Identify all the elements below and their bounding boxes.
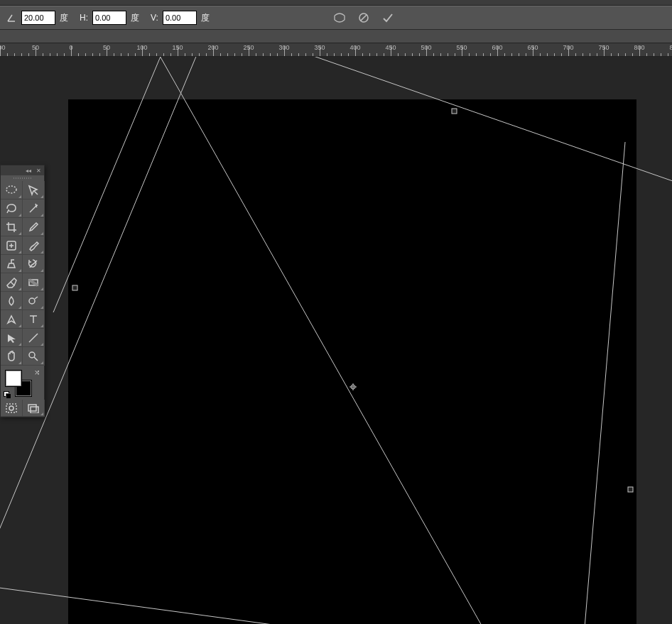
ruler-tick-label: 700 bbox=[563, 44, 573, 51]
angle-unit: 度 bbox=[60, 12, 68, 24]
ruler-tick-label: 150 bbox=[172, 44, 183, 51]
h-unit: 度 bbox=[131, 12, 139, 24]
lasso-tool[interactable] bbox=[1, 199, 23, 218]
svg-rect-21 bbox=[28, 405, 36, 411]
ruler-tick-label: 450 bbox=[385, 44, 396, 51]
blur-tool[interactable] bbox=[1, 292, 23, 310]
angle-icon bbox=[6, 12, 17, 23]
ruler-tick-label: 50 bbox=[103, 44, 110, 51]
line-tool[interactable] bbox=[23, 329, 45, 347]
move-tool[interactable] bbox=[23, 181, 45, 199]
ruler-tick-label: 550 bbox=[456, 44, 467, 51]
svg-point-17 bbox=[29, 298, 35, 304]
magic-wand-tool[interactable] bbox=[23, 199, 45, 218]
options-bar: 度 H: 度 V: 度 bbox=[0, 6, 672, 30]
brush-tool[interactable] bbox=[23, 236, 45, 255]
ruler-tick-label: 750 bbox=[598, 44, 609, 51]
svg-point-14 bbox=[6, 186, 16, 193]
ruler-tick-label: 400 bbox=[349, 44, 360, 51]
crop-tool[interactable] bbox=[1, 218, 23, 236]
commit-transform-button[interactable] bbox=[378, 8, 398, 28]
document-canvas[interactable] bbox=[68, 99, 636, 624]
h-skew-input[interactable] bbox=[92, 11, 126, 25]
v-skew-input[interactable] bbox=[163, 11, 197, 25]
quick-mask-mode-button[interactable] bbox=[1, 400, 23, 417]
menu-bar bbox=[0, 0, 672, 6]
svg-rect-19 bbox=[6, 404, 16, 412]
ruler-tick-label: 200 bbox=[207, 44, 218, 51]
color-swatches: ⤭ bbox=[1, 366, 44, 400]
svg-point-20 bbox=[9, 406, 13, 410]
ruler-tick-label: 250 bbox=[243, 44, 254, 51]
svg-point-18 bbox=[29, 352, 35, 358]
ruler-tick-label: 600 bbox=[492, 44, 502, 51]
hand-tool[interactable] bbox=[1, 347, 23, 366]
ruler-tick-label: 0 bbox=[69, 44, 72, 51]
svg-rect-22 bbox=[31, 407, 38, 413]
ruler-tick-label: 100 bbox=[0, 44, 6, 51]
ruler-tick-label: 100 bbox=[136, 44, 147, 51]
v-unit: 度 bbox=[201, 12, 210, 24]
tools-panel[interactable]: ◂◂ ✕ ⤭ bbox=[0, 165, 45, 417]
cancel-transform-button[interactable] bbox=[354, 8, 374, 28]
eraser-tool[interactable] bbox=[1, 273, 23, 292]
type-tool[interactable] bbox=[23, 310, 45, 329]
horizontal-ruler[interactable]: 1005005010015020025030035040045050055060… bbox=[0, 43, 672, 57]
collapse-panel-icon[interactable]: ◂◂ bbox=[25, 168, 32, 173]
path-selection-tool[interactable] bbox=[1, 329, 23, 347]
marquee-elliptical-tool[interactable] bbox=[1, 181, 23, 199]
warp-mode-button[interactable] bbox=[330, 8, 349, 28]
ruler-tick-label: 50 bbox=[32, 44, 39, 51]
clone-stamp-tool[interactable] bbox=[1, 255, 23, 273]
canvas-area[interactable] bbox=[0, 57, 672, 624]
ruler-tick-label: 850 bbox=[669, 44, 672, 51]
panel-grip[interactable] bbox=[1, 175, 44, 181]
ruler-tick-label: 300 bbox=[278, 44, 289, 51]
default-colors-icon[interactable] bbox=[4, 391, 11, 398]
ruler-tick-label: 650 bbox=[527, 44, 538, 51]
healing-brush-tool[interactable] bbox=[1, 236, 23, 255]
angle-input[interactable] bbox=[21, 11, 55, 25]
ruler-tick-label: 500 bbox=[421, 44, 431, 51]
zoom-tool[interactable] bbox=[23, 347, 45, 366]
gradient-tool[interactable] bbox=[23, 273, 45, 292]
ruler-tick-label: 800 bbox=[634, 44, 644, 51]
dodge-tool[interactable] bbox=[23, 292, 45, 310]
screen-mode-button[interactable] bbox=[23, 400, 45, 417]
pen-tool[interactable] bbox=[1, 310, 23, 329]
tools-panel-titlebar[interactable]: ◂◂ ✕ bbox=[1, 165, 44, 175]
close-panel-icon[interactable]: ✕ bbox=[35, 168, 42, 173]
ruler-tick-label: 350 bbox=[314, 44, 325, 51]
eyedropper-tool[interactable] bbox=[23, 218, 45, 236]
history-brush-tool[interactable] bbox=[23, 255, 45, 273]
v-label: V: bbox=[151, 13, 158, 23]
h-label: H: bbox=[80, 13, 88, 23]
svg-line-1 bbox=[361, 15, 367, 21]
swap-colors-icon[interactable]: ⤭ bbox=[34, 368, 40, 376]
foreground-color-swatch[interactable] bbox=[5, 370, 22, 387]
